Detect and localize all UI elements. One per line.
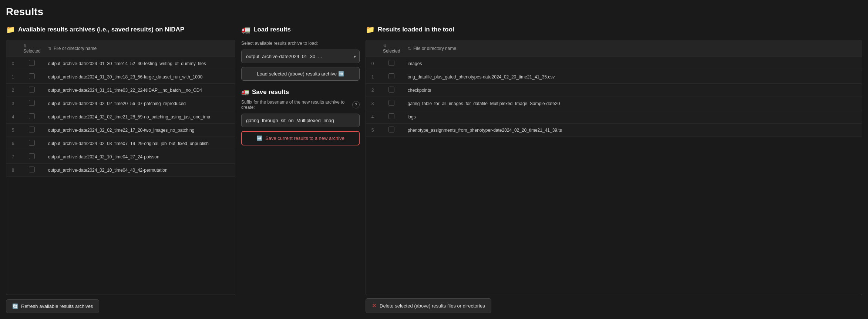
suffix-label: Suffix for the basename of the new resul… — [241, 100, 349, 110]
row-name: output_archive-date2024_01_31_time03_22_… — [44, 84, 235, 97]
table-row: 6 output_archive-date2024_02_03_time07_1… — [6, 137, 235, 150]
row-index: 6 — [6, 137, 20, 150]
left-panel: 📁 Available results archives (i.e., save… — [6, 25, 235, 313]
row-checkbox[interactable] — [29, 153, 35, 159]
row-index: 2 — [366, 84, 379, 97]
row-checkbox[interactable] — [388, 127, 394, 132]
delete-button[interactable]: ✕ Delete selected (above) results files … — [366, 298, 491, 313]
table-row: 3 output_archive-date2024_02_02_time20_5… — [6, 97, 235, 110]
archive-dropdown-wrapper: output_archive-date2024_01_30_... output… — [241, 50, 360, 63]
row-checkbox[interactable] — [29, 167, 35, 172]
row-checkbox[interactable] — [29, 127, 35, 132]
right-panel: 📁 Results loaded in the tool ⇅ Selected — [366, 25, 862, 313]
row-name: output_archive-date2024_02_02_time20_56_… — [44, 97, 235, 110]
row-name-text: output_archive-date2024_02_10_time04_40_… — [48, 168, 168, 173]
filter-icon-selected-right: ⇅ — [383, 44, 386, 48]
load-section: 🚛 Load results Select available results … — [241, 25, 360, 81]
middle-panel: 🚛 Load results Select available results … — [241, 25, 360, 313]
archives-table-header-row: ⇅ Selected ⇅ File or directory name — [6, 40, 235, 57]
table-row: 7 output_archive-date2024_02_10_time04_2… — [6, 150, 235, 164]
archives-table-wrapper: ⇅ Selected ⇅ File or directory name 0 — [6, 40, 235, 295]
loaded-col-index — [366, 40, 379, 57]
refresh-button[interactable]: 🔄 Refresh available results archives — [6, 299, 99, 313]
row-name-text: output_archive-date2024_01_30_time18_23_… — [48, 74, 203, 80]
row-checkbox[interactable] — [388, 113, 394, 119]
truck-icon-load: 🚛 — [241, 25, 250, 34]
row-name: output_archive-date2024_02_02_time22_17_… — [44, 124, 235, 137]
row-index: 8 — [6, 164, 20, 177]
row-checkbox-cell — [379, 124, 404, 137]
row-checkbox[interactable] — [29, 73, 35, 79]
row-index: 5 — [366, 124, 379, 137]
archives-col-name: ⇅ File or directory name — [44, 40, 235, 57]
loaded-table: ⇅ Selected ⇅ File or directory name 0 — [366, 40, 862, 137]
row-index: 1 — [6, 70, 20, 84]
row-checkbox-cell — [20, 124, 44, 137]
row-checkbox[interactable] — [388, 100, 394, 106]
row-name-text: phenotype_assignments_from_phenotyper-da… — [408, 128, 562, 133]
save-archive-button-label: Save current results to a new archive — [265, 135, 344, 141]
load-button[interactable]: Load selected (above) results archive ➡️ — [241, 67, 360, 81]
row-name: output_archive-date2024_01_30_time18_23_… — [44, 70, 235, 84]
row-checkbox[interactable] — [29, 60, 35, 66]
save-archive-icon: ➡️ — [256, 135, 262, 141]
help-icon[interactable]: ? — [352, 101, 360, 108]
right-panel-header: 📁 Results loaded in the tool — [366, 25, 862, 37]
row-checkbox[interactable] — [388, 60, 394, 66]
loaded-table-head: ⇅ Selected ⇅ File or directory name — [366, 40, 862, 57]
row-checkbox[interactable] — [29, 140, 35, 146]
row-checkbox-cell — [379, 57, 404, 70]
row-checkbox[interactable] — [388, 73, 394, 79]
row-name-text: output_archive-date2024_01_31_time03_22_… — [48, 88, 202, 93]
table-row: 8 output_archive-date2024_02_10_time04_4… — [6, 164, 235, 177]
load-button-label: Load selected (above) results archive ➡️ — [257, 71, 344, 77]
row-checkbox[interactable] — [29, 87, 35, 93]
table-row: 5 output_archive-date2024_02_02_time22_1… — [6, 124, 235, 137]
loaded-table-header-row: ⇅ Selected ⇅ File or directory name — [366, 40, 862, 57]
row-checkbox-cell — [379, 97, 404, 110]
delete-button-label: Delete selected (above) results files or… — [380, 303, 485, 309]
save-archive-button[interactable]: ➡️ Save current results to a new archive — [241, 131, 360, 145]
row-name-text: output_archive-date2024_02_02_time21_28_… — [48, 114, 210, 120]
archives-table: ⇅ Selected ⇅ File or directory name 0 — [6, 40, 235, 177]
load-section-header: 🚛 Load results — [241, 25, 360, 37]
row-checkbox-cell — [379, 84, 404, 97]
archives-col-selected: ⇅ Selected — [20, 40, 44, 57]
row-name-text: checkpoints — [408, 88, 431, 93]
row-name: output_archive-date2024_02_03_time07_19_… — [44, 137, 235, 150]
loaded-table-body: 0 images 1 orig_datafile_plus_gated_phen… — [366, 57, 862, 137]
row-name: output_archive-date2024_02_10_time04_40_… — [44, 164, 235, 177]
save-section-header: 🚛 Save results — [241, 88, 360, 96]
table-row: 0 output_archive-date2024_01_30_time14_5… — [6, 57, 235, 70]
row-name-text: output_archive-date2024_02_03_time07_19_… — [48, 141, 209, 146]
archives-table-body: 0 output_archive-date2024_01_30_time14_5… — [6, 57, 235, 177]
row-checkbox-cell — [20, 84, 44, 97]
loaded-table-wrapper: ⇅ Selected ⇅ File or directory name 0 — [366, 40, 862, 295]
row-name: images — [404, 57, 862, 70]
filter-icon-name-right: ⇅ — [408, 46, 411, 51]
row-name: checkpoints — [404, 84, 862, 97]
row-checkbox[interactable] — [388, 87, 394, 93]
row-checkbox-cell — [20, 150, 44, 164]
main-content: 📁 Available results archives (i.e., save… — [6, 25, 862, 313]
load-select-label: Select available results archive to load… — [241, 41, 360, 46]
table-row: 5 phenotype_assignments_from_phenotyper-… — [366, 124, 862, 137]
archive-dropdown[interactable]: output_archive-date2024_01_30_... output… — [241, 50, 360, 63]
row-checkbox-cell — [379, 70, 404, 84]
table-row: 2 output_archive-date2024_01_31_time03_2… — [6, 84, 235, 97]
row-name-text: orig_datafile_plus_gated_phenotypes-date… — [408, 74, 555, 80]
row-name-text: gating_table_for_all_images_for_datafile… — [408, 101, 560, 106]
row-name: logs — [404, 110, 862, 124]
suffix-input[interactable] — [241, 114, 360, 127]
right-panel-title: Results loaded in the tool — [378, 26, 454, 33]
table-row: 4 logs — [366, 110, 862, 124]
row-checkbox[interactable] — [29, 100, 35, 106]
archives-table-head: ⇅ Selected ⇅ File or directory name — [6, 40, 235, 57]
page-title: Results — [6, 6, 862, 21]
row-checkbox[interactable] — [29, 113, 35, 119]
truck-icon-save: 🚛 — [241, 88, 249, 96]
row-index: 3 — [366, 97, 379, 110]
row-checkbox-cell — [20, 70, 44, 84]
load-section-title: Load results — [253, 26, 291, 33]
row-name: output_archive-date2024_01_30_time14_52_… — [44, 57, 235, 70]
